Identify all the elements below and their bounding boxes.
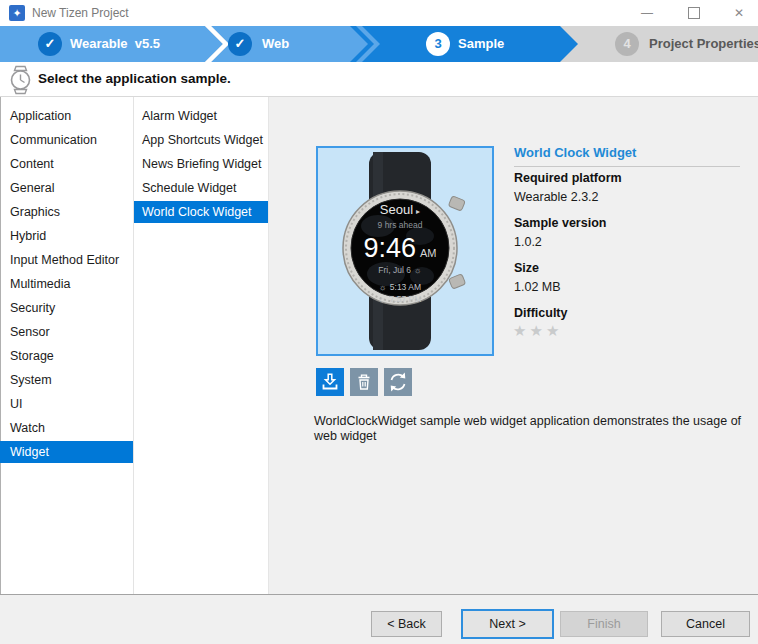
svg-text:☼7:57 PM: ☼7:57 PM — [379, 294, 421, 304]
category-item-system[interactable]: System — [0, 369, 133, 391]
watch-date: Fri, Jul 6 — [378, 265, 411, 275]
refresh-sample-button[interactable] — [384, 368, 412, 396]
step-project-properties-label: Project Properties — [649, 26, 758, 62]
category-item-storage[interactable]: Storage — [0, 345, 133, 367]
watch-sunrise: 5:13 AM — [390, 282, 421, 292]
next-button[interactable]: Next > — [461, 609, 554, 639]
finish-button[interactable]: Finish — [560, 611, 648, 637]
watch-sunset: 7:57 PM — [390, 294, 422, 304]
step-web-label: Web — [262, 26, 289, 62]
sample-version-label: Sample version — [514, 216, 606, 230]
download-sample-button[interactable] — [316, 368, 344, 396]
trash-icon — [350, 368, 378, 396]
instruction-text: Select the application sample. — [38, 62, 231, 96]
watch-time: 9:46 — [363, 233, 416, 263]
step-number-4: 4 — [615, 32, 639, 56]
detail-title: World Clock Widget — [514, 145, 740, 160]
step-number-3: 3 — [426, 32, 450, 56]
category-item-ui[interactable]: UI — [0, 393, 133, 415]
cancel-button[interactable]: Cancel — [661, 611, 750, 637]
city-arrow-icon: ▸ — [416, 207, 420, 216]
sample-item-schedule-widget[interactable]: Schedule Widget — [134, 177, 268, 199]
required-platform-label: Required platform — [514, 171, 622, 185]
size-value: 1.02 MB — [514, 280, 561, 294]
category-item-communication[interactable]: Communication — [0, 129, 133, 151]
check-icon: ✓ — [228, 32, 252, 56]
sunrise-icon: ☼ — [379, 282, 387, 292]
refresh-icon — [384, 368, 412, 396]
category-item-security[interactable]: Security — [0, 297, 133, 319]
difficulty-label: Difficulty — [514, 306, 567, 320]
back-button[interactable]: < Back — [371, 611, 442, 637]
category-item-multimedia[interactable]: Multimedia — [0, 273, 133, 295]
step-sample-label: Sample — [458, 26, 504, 62]
category-item-hybrid[interactable]: Hybrid — [0, 225, 133, 247]
step-wearable-label: Wearable v5.5 — [70, 26, 160, 62]
maximize-button[interactable] — [679, 0, 709, 26]
svg-text:Fri, Jul 6☼: Fri, Jul 6☼ — [378, 265, 421, 275]
tizen-studio-icon: ✦ — [9, 5, 25, 21]
category-item-sensor[interactable]: Sensor — [0, 321, 133, 343]
sample-item-alarm-widget[interactable]: Alarm Widget — [134, 105, 268, 127]
title-bar: ✦ New Tizen Project — ✕ — [0, 0, 758, 26]
window-title: New Tizen Project — [32, 0, 129, 26]
difficulty-stars-icon: ★★★ — [513, 322, 562, 340]
new-tizen-project-dialog: ✦ New Tizen Project — ✕ ✓ Wearable v5.5 … — [0, 0, 758, 644]
column-separator — [268, 97, 269, 594]
sun-icon: ☼ — [414, 265, 422, 275]
category-item-application[interactable]: Application — [0, 105, 133, 127]
download-icon — [316, 368, 344, 396]
sample-preview-image: Seoul▸ 9 hrs ahead 9:46AM Fri, Jul 6☼ ☼5… — [316, 146, 494, 356]
delete-sample-button[interactable] — [350, 368, 378, 396]
category-item-general[interactable]: General — [0, 177, 133, 199]
sunset-icon: ☼ — [379, 294, 387, 304]
detail-divider — [514, 166, 740, 167]
category-item-widget-selected[interactable]: Widget — [0, 441, 133, 463]
close-button[interactable]: ✕ — [724, 0, 754, 26]
sample-item-news-briefing-widget[interactable]: News Briefing Widget — [134, 153, 268, 175]
watch-preview: Seoul▸ 9 hrs ahead 9:46AM Fri, Jul 6☼ ☼5… — [318, 148, 492, 354]
sample-description: WorldClockWidget sample web widget appli… — [314, 414, 758, 444]
sample-version-value: 1.0.2 — [514, 235, 542, 249]
category-item-input-method-editor[interactable]: Input Method Editor — [0, 249, 133, 271]
watch-city: Seoul — [380, 202, 413, 217]
watch-offset: 9 hrs ahead — [378, 220, 423, 230]
minimize-button[interactable]: — — [632, 0, 662, 26]
category-item-graphics[interactable]: Graphics — [0, 201, 133, 223]
category-item-watch[interactable]: Watch — [0, 417, 133, 439]
size-label: Size — [514, 261, 539, 275]
sample-item-world-clock-widget-selected[interactable]: World Clock Widget — [134, 201, 268, 223]
svg-text:☼5:13 AM: ☼5:13 AM — [379, 282, 421, 292]
category-item-content[interactable]: Content — [0, 153, 133, 175]
watch-meridiem: AM — [420, 247, 437, 259]
maximize-icon — [688, 7, 700, 19]
sample-item-app-shortcuts-widget[interactable]: App Shortcuts Widget — [134, 129, 268, 151]
watch-icon — [8, 65, 34, 99]
minimize-icon: — — [641, 6, 653, 20]
close-icon: ✕ — [734, 6, 744, 20]
check-icon: ✓ — [38, 32, 62, 56]
required-platform-value: Wearable 2.3.2 — [514, 190, 599, 204]
